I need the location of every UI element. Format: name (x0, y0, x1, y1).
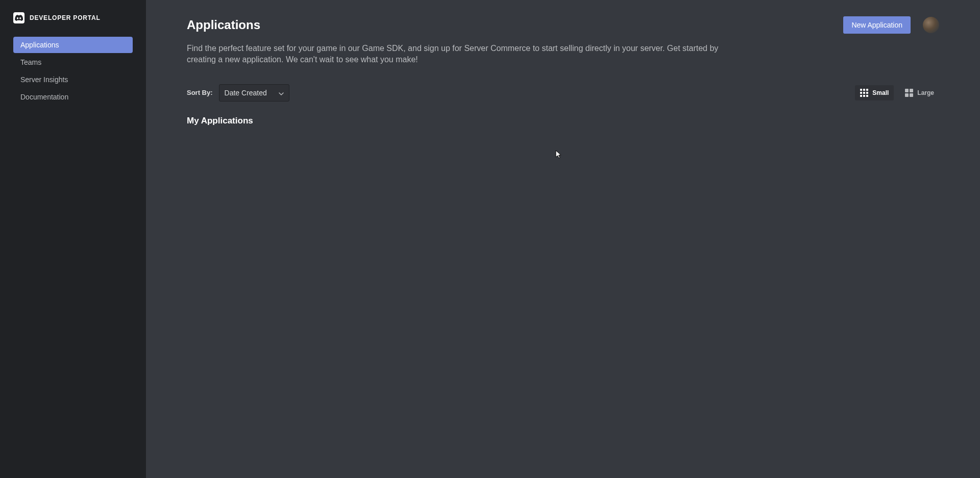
grid-large-icon (905, 89, 913, 97)
sidebar-item-teams[interactable]: Teams (13, 54, 133, 70)
sidebar: DEVELOPER PORTAL Applications Teams Serv… (0, 0, 146, 478)
page-title: Applications (187, 18, 260, 32)
view-large-label: Large (917, 89, 934, 96)
view-small-label: Small (872, 89, 889, 96)
sidebar-item-documentation[interactable]: Documentation (13, 89, 133, 105)
new-application-button[interactable]: New Application (843, 16, 911, 34)
discord-logo-icon (13, 12, 24, 23)
sidebar-nav: Applications Teams Server Insights Docum… (0, 37, 146, 105)
main-content: Applications New Application Find the pe… (146, 0, 980, 478)
page-header: Applications New Application (187, 16, 939, 34)
brand-portal-name: DEVELOPER PORTAL (30, 14, 101, 21)
sidebar-item-label: Teams (20, 58, 41, 66)
sort-container: Sort By: Date Created (187, 84, 289, 102)
controls-row: Sort By: Date Created Small (187, 84, 939, 102)
chevron-down-icon (279, 89, 284, 97)
my-applications-heading: My Applications (187, 116, 939, 126)
view-toggle-small[interactable]: Small (855, 85, 894, 100)
page-description: Find the perfect feature set for your ga… (187, 43, 748, 66)
sort-by-label: Sort By: (187, 89, 213, 96)
grid-small-icon (860, 89, 868, 97)
cursor-icon (555, 150, 562, 159)
sidebar-item-applications[interactable]: Applications (13, 37, 133, 53)
view-toggles: Small Large (855, 85, 939, 100)
brand-logo[interactable]: DEVELOPER PORTAL (0, 12, 146, 23)
sort-select[interactable]: Date Created (219, 84, 289, 102)
sidebar-item-label: Documentation (20, 93, 68, 101)
sidebar-item-label: Server Insights (20, 76, 68, 84)
view-toggle-large[interactable]: Large (900, 85, 939, 100)
sidebar-item-label: Applications (20, 41, 59, 49)
sort-selected-value: Date Created (225, 89, 267, 97)
sidebar-item-server-insights[interactable]: Server Insights (13, 71, 133, 88)
user-avatar[interactable] (923, 17, 939, 33)
header-actions: New Application (843, 16, 939, 34)
